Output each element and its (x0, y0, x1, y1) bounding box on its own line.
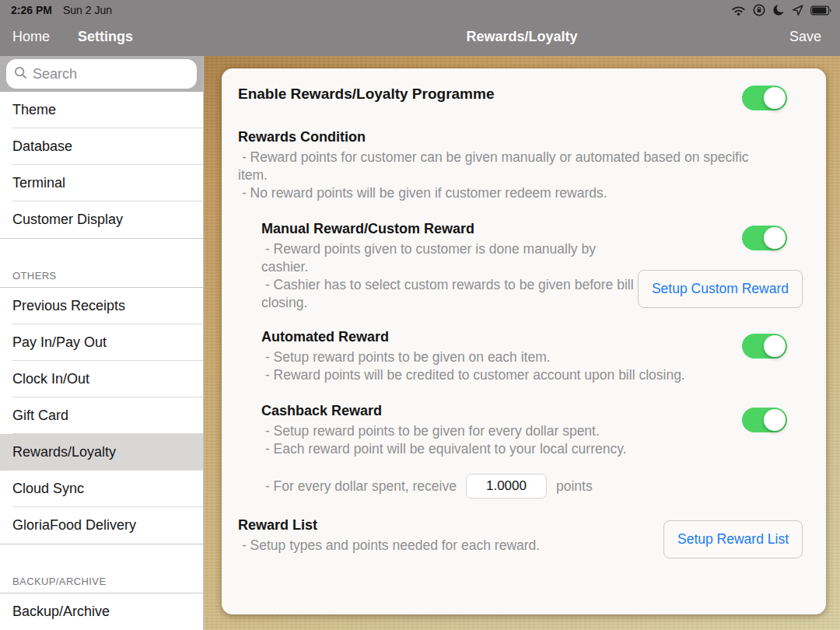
status-date: Sun 2 Jun (63, 4, 112, 16)
manual-reward-title: Manual Reward/Custom Reward (261, 221, 635, 237)
sidebar-item-gloriafood-delivery[interactable]: GloriaFood Delivery (0, 507, 203, 544)
sidebar-item-rewards-loyalty[interactable]: Rewards/Loyalty (0, 434, 203, 471)
sidebar-item-database[interactable]: Database (0, 128, 203, 165)
location-arrow-icon (792, 5, 803, 16)
automated-reward-line1: - Setup reward points to be given on eac… (261, 348, 733, 366)
settings-card: Enable Rewards/Loyalty Programme Rewards… (222, 68, 826, 614)
sidebar-item-theme[interactable]: Theme (0, 92, 203, 128)
cashback-rate-input[interactable] (466, 474, 547, 499)
rewards-condition-line2: - No reward points will be given if cust… (238, 184, 803, 202)
toggle-knob (764, 409, 786, 431)
search-input[interactable] (33, 66, 189, 82)
setup-reward-list-button[interactable]: Setup Reward List (663, 520, 803, 558)
search-field[interactable] (6, 59, 197, 89)
manual-reward-line2: - Cashier has to select custom rewards t… (261, 276, 635, 312)
enable-rewards-toggle[interactable] (742, 86, 787, 110)
tab-home[interactable]: Home (12, 29, 50, 45)
status-time: 2:26 PM (11, 4, 52, 16)
automated-reward-toggle[interactable] (742, 334, 787, 359)
sidebar-list: Theme Database Terminal Customer Display… (0, 92, 203, 630)
page-title: Rewards/Loyalty (466, 29, 577, 45)
cashback-rate-label: - For every dollar spent, receive (261, 478, 457, 495)
cashback-reward-line2: - Each reward point will be equivalent t… (261, 440, 733, 458)
toggle-knob (764, 335, 786, 357)
reward-list-line1: - Setup types and points needed for each… (238, 537, 639, 555)
manual-reward-line1: - Reward points given to customer is don… (261, 240, 635, 276)
rewards-condition-line1: - Reward points for customer can be give… (238, 149, 751, 184)
sidebar-header-others: OTHERS (0, 270, 203, 287)
cashback-reward-title: Cashback Reward (261, 403, 733, 419)
sidebar-gap (0, 544, 203, 576)
sidebar-item-terminal[interactable]: Terminal (0, 165, 203, 201)
cashback-reward-line1: - Setup reward points to be given for ev… (261, 422, 733, 440)
sidebar-item-customer-display[interactable]: Customer Display (0, 201, 203, 238)
cashback-rate-units: points (556, 478, 593, 495)
save-button[interactable]: Save (789, 29, 821, 45)
tab-settings[interactable]: Settings (78, 29, 133, 45)
rewards-condition-title: Rewards Condition (238, 129, 803, 145)
sidebar-item-pay-in-pay-out[interactable]: Pay In/Pay Out (0, 324, 203, 361)
orientation-lock-icon (753, 4, 765, 16)
wifi-icon (731, 5, 746, 16)
reward-list-title: Reward List (238, 517, 639, 534)
enable-rewards-label: Enable Rewards/Loyalty Programme (238, 86, 639, 103)
search-icon (14, 66, 27, 82)
sidebar-gap (0, 239, 203, 270)
automated-reward-title: Automated Reward (261, 329, 733, 345)
nav-bar: Home Settings Rewards/Loyalty Save (0, 17, 840, 56)
sidebar-item-cloud-sync[interactable]: Cloud Sync (0, 471, 203, 507)
automated-reward-line2: - Reward points will be credited to cust… (261, 366, 733, 384)
sidebar-item-clock-in-out[interactable]: Clock In/Out (0, 361, 203, 397)
cashback-reward-toggle[interactable] (742, 408, 787, 432)
toggle-knob (764, 227, 786, 249)
search-strip (0, 56, 203, 92)
sidebar-item-previous-receipts[interactable]: Previous Receipts (0, 288, 203, 324)
sidebar-header-backup-archive: BACKUP/ARCHIVE (0, 576, 203, 593)
setup-custom-reward-button[interactable]: Setup Custom Reward (638, 270, 803, 308)
settings-sidebar: Theme Database Terminal Customer Display… (0, 56, 204, 630)
toggle-knob (764, 87, 786, 109)
battery-icon (810, 5, 832, 16)
top-bar: 2:26 PM Sun 2 Jun (0, 0, 840, 56)
rewards-loyalty-pane: Enable Rewards/Loyalty Programme Rewards… (204, 56, 840, 630)
sidebar-item-gift-card[interactable]: Gift Card (0, 397, 203, 434)
do-not-disturb-moon-icon (772, 4, 785, 16)
manual-reward-toggle[interactable] (742, 226, 787, 250)
sidebar-item-backup-archive[interactable]: Backup/Archive (0, 593, 203, 630)
